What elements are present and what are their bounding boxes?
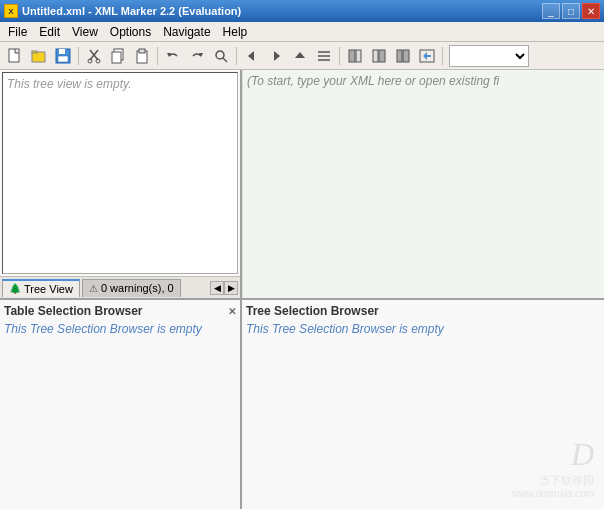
menu-view[interactable]: View: [66, 23, 104, 41]
toolbar-copy[interactable]: [107, 45, 129, 67]
svg-rect-28: [397, 50, 402, 62]
pane2-icon: [371, 48, 387, 64]
svg-rect-11: [112, 52, 121, 63]
toolbar-separator-3: [236, 47, 237, 65]
svg-marker-20: [295, 52, 305, 58]
tree-tab-label: Tree View: [24, 283, 73, 295]
menu-help[interactable]: Help: [217, 23, 254, 41]
svg-line-17: [223, 58, 227, 62]
toolbar-new[interactable]: [4, 45, 26, 67]
tree-browser-empty: This Tree Selection Browser is empty: [246, 322, 600, 336]
toolbar-open[interactable]: [28, 45, 50, 67]
svg-rect-13: [139, 49, 145, 53]
tree-empty-label: This tree view is empty.: [7, 77, 131, 91]
toolbar-pane1[interactable]: [344, 45, 366, 67]
table-browser-close[interactable]: ✕: [228, 306, 236, 317]
svg-rect-0: [9, 49, 19, 62]
menu-navigate[interactable]: Navigate: [157, 23, 216, 41]
table-selection-browser: Table Selection Browser ✕ This Tree Sele…: [0, 300, 242, 509]
svg-rect-2: [32, 51, 37, 53]
nav-left-icon: [244, 48, 260, 64]
tree-selection-browser: Tree Selection Browser This Tree Selecti…: [242, 300, 604, 509]
tab-warnings[interactable]: ⚠ 0 warning(s), 0: [82, 279, 181, 297]
nav-up-icon: [292, 48, 308, 64]
table-browser-empty: This Tree Selection Browser is empty: [4, 322, 236, 336]
toolbar-list[interactable]: [313, 45, 335, 67]
toolbar-nav2[interactable]: [265, 45, 287, 67]
tab-nav-right[interactable]: ▶: [224, 281, 238, 295]
maximize-button[interactable]: □: [562, 3, 580, 19]
window-title: Untitled.xml - XML Marker 2.2 (Evaluatio…: [22, 5, 241, 17]
toolbar-nav1[interactable]: [241, 45, 263, 67]
toolbar-undo[interactable]: [162, 45, 184, 67]
minimize-button[interactable]: _: [542, 3, 560, 19]
toolbar-paste[interactable]: [131, 45, 153, 67]
svg-rect-5: [58, 56, 68, 62]
top-pane: This tree view is empty. 🌲 Tree View ⚠ 0…: [0, 70, 604, 300]
find-icon: [213, 48, 229, 64]
svg-point-16: [216, 51, 224, 59]
svg-marker-19: [274, 51, 280, 61]
menu-options[interactable]: Options: [104, 23, 157, 41]
warning-tab-label: 0 warning(s), 0: [101, 282, 174, 294]
title-bar: X Untitled.xml - XML Marker 2.2 (Evaluat…: [0, 0, 604, 22]
copy-icon: [110, 48, 126, 64]
main-area: This tree view is empty. 🌲 Tree View ⚠ 0…: [0, 70, 604, 509]
tree-browser-title-text: Tree Selection Browser: [246, 304, 379, 318]
undo-icon: [165, 48, 181, 64]
pane1-icon: [347, 48, 363, 64]
left-panel: This tree view is empty. 🌲 Tree View ⚠ 0…: [0, 70, 242, 298]
toolbar-pane2[interactable]: [368, 45, 390, 67]
menu-file[interactable]: File: [2, 23, 33, 41]
toolbar-dropdown[interactable]: [449, 45, 529, 67]
svg-marker-31: [423, 52, 431, 60]
toolbar-cut[interactable]: [83, 45, 105, 67]
window-controls: _ □ ✕: [542, 3, 600, 19]
editor-placeholder: (To start, type your XML here or open ex…: [247, 74, 499, 88]
toolbar-find[interactable]: [210, 45, 232, 67]
nav-right-icon: [268, 48, 284, 64]
tree-tab-icon: 🌲: [9, 283, 21, 294]
tab-bar: 🌲 Tree View ⚠ 0 warning(s), 0 ◀ ▶: [0, 276, 240, 298]
xml-editor[interactable]: (To start, type your XML here or open ex…: [242, 70, 604, 298]
toolbar-nav3[interactable]: [289, 45, 311, 67]
svg-marker-18: [248, 51, 254, 61]
new-file-icon: [7, 48, 23, 64]
app-icon: X: [4, 4, 18, 18]
svg-rect-29: [403, 50, 409, 62]
svg-rect-4: [59, 49, 65, 54]
svg-rect-25: [356, 50, 361, 62]
tab-tree-view[interactable]: 🌲 Tree View: [2, 279, 80, 297]
tree-view[interactable]: This tree view is empty.: [2, 72, 238, 274]
toolbar-back[interactable]: [416, 45, 438, 67]
cut-icon: [86, 48, 102, 64]
toolbar-separator-4: [339, 47, 340, 65]
menu-edit[interactable]: Edit: [33, 23, 66, 41]
tab-nav-left[interactable]: ◀: [210, 281, 224, 295]
tree-browser-title: Tree Selection Browser: [246, 304, 600, 318]
open-file-icon: [31, 48, 47, 64]
paste-icon: [134, 48, 150, 64]
toolbar: [0, 42, 604, 70]
redo-icon: [189, 48, 205, 64]
list-icon: [316, 48, 332, 64]
svg-rect-24: [349, 50, 355, 62]
toolbar-separator-5: [442, 47, 443, 65]
toolbar-save[interactable]: [52, 45, 74, 67]
close-button[interactable]: ✕: [582, 3, 600, 19]
table-browser-title-text: Table Selection Browser: [4, 304, 143, 318]
toolbar-redo[interactable]: [186, 45, 208, 67]
toolbar-separator-1: [78, 47, 79, 65]
svg-rect-26: [373, 50, 378, 62]
warning-tab-icon: ⚠: [89, 283, 98, 294]
back-icon: [419, 48, 435, 64]
bottom-pane: Table Selection Browser ✕ This Tree Sele…: [0, 300, 604, 509]
save-icon: [55, 48, 71, 64]
menu-bar: File Edit View Options Navigate Help: [0, 22, 604, 42]
toolbar-pane3[interactable]: [392, 45, 414, 67]
table-browser-title: Table Selection Browser ✕: [4, 304, 236, 318]
toolbar-separator-2: [157, 47, 158, 65]
pane3-icon: [395, 48, 411, 64]
title-bar-left: X Untitled.xml - XML Marker 2.2 (Evaluat…: [4, 4, 241, 18]
svg-rect-27: [379, 50, 385, 62]
